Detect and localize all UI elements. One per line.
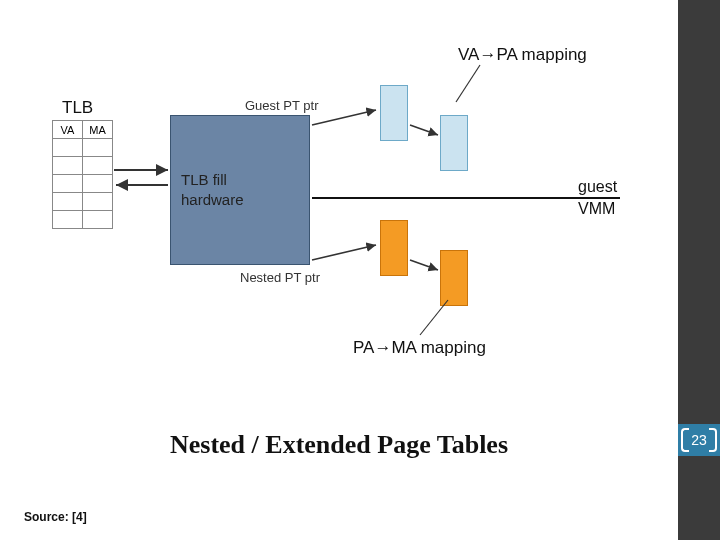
page-number-badge: 23 — [678, 424, 720, 456]
guest-pt-box-2 — [440, 115, 468, 171]
diagram: TLB VA MA TLB fill hardware Guest PT ptr… — [20, 40, 660, 400]
svg-line-3 — [410, 125, 438, 135]
diagram-connectors — [20, 40, 660, 400]
nested-pt-ptr-label: Nested PT ptr — [240, 270, 320, 285]
page-number: 23 — [691, 432, 707, 448]
pa-ma-mapping-label: PA→MA mapping — [353, 338, 486, 358]
slide-caption: Nested / Extended Page Tables — [0, 430, 678, 460]
slide-body: TLB VA MA TLB fill hardware Guest PT ptr… — [0, 0, 678, 540]
right-sidebar-stripe — [678, 0, 720, 540]
svg-line-2 — [312, 110, 376, 125]
vmm-domain-label: VMM — [578, 200, 615, 218]
tlb-col-ma: MA — [83, 121, 113, 139]
nested-pt-box-1 — [380, 220, 408, 276]
svg-line-6 — [312, 245, 376, 260]
tlb-col-va: VA — [53, 121, 83, 139]
tlb-fill-hardware-block: TLB fill hardware — [170, 115, 310, 265]
tlb-hw-line1: TLB fill — [181, 170, 299, 190]
va-pa-mapping-label: VA→PA mapping — [458, 45, 587, 65]
tlb-hw-line2: hardware — [181, 190, 299, 210]
tlb-table: VA MA — [52, 120, 113, 229]
svg-line-4 — [456, 65, 480, 102]
guest-pt-box-1 — [380, 85, 408, 141]
source-citation: Source: [4] — [24, 510, 87, 524]
nested-pt-box-2 — [440, 250, 468, 306]
tlb-title: TLB — [62, 98, 93, 118]
guest-domain-label: guest — [578, 178, 617, 196]
guest-pt-ptr-label: Guest PT ptr — [245, 98, 318, 113]
svg-line-7 — [410, 260, 438, 270]
